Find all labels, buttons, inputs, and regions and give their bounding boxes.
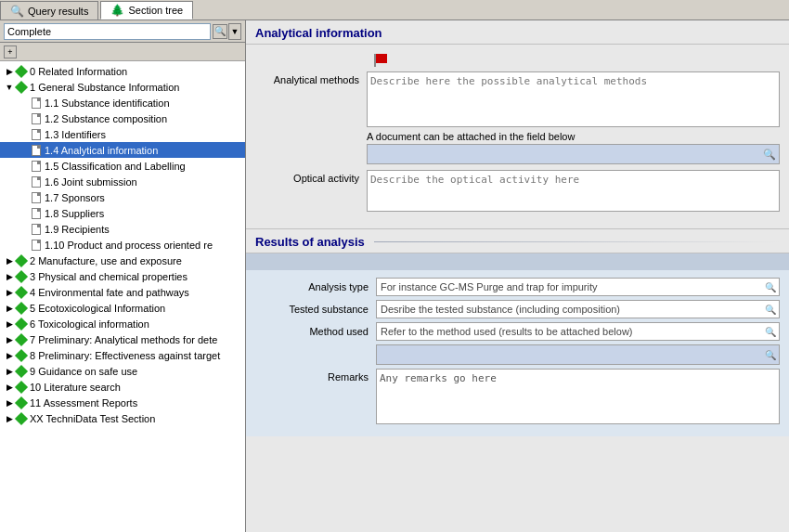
tree-expander-6[interactable]: ▶ [4,318,15,330]
search-input[interactable] [4,23,211,40]
method-used-field[interactable]: 🔍 [376,322,780,341]
tree-item-5[interactable]: ▶5 Ecotoxicological Information [0,300,245,316]
search-dropdown-button[interactable]: ▼ [228,23,241,40]
tree-item-1.2[interactable]: 1.2 Substance composition [0,110,245,126]
tree-label-1.3: 1.3 Identifiers [45,129,106,140]
tree-expander-7[interactable]: ▶ [4,334,15,345]
tested-substance-label: Tested substance [255,304,376,315]
analytical-methods-input[interactable] [367,71,780,127]
main-layout: 🔍 ▼ + ▶0 Related Information▼1 General S… [0,20,789,532]
tree-toolbar: + [0,43,245,61]
toolbar-add-button[interactable]: + [4,45,17,58]
tree-item-11[interactable]: ▶11 Assessment Reports [0,395,245,410]
tree-expander-XX[interactable]: ▶ [4,413,15,424]
tree-item-1[interactable]: ▼1 General Substance Information [0,79,245,95]
tree-expander-1.3[interactable] [19,129,30,140]
tree-item-XX[interactable]: ▶XX TechniData Test Section [0,410,245,426]
tested-substance-input[interactable] [377,302,762,317]
attachment-input[interactable] [368,147,760,162]
analysis-type-field[interactable]: 🔍 [376,278,780,296]
tree-item-6[interactable]: ▶6 Toxicological information [0,316,245,331]
tree-label-4: 4 Environmental fate and pathways [30,287,189,298]
tree-label-1.6: 1.6 Joint submission [45,176,137,188]
method-used-search-icon[interactable]: 🔍 [762,323,779,340]
tree-expander-11[interactable]: ▶ [4,397,15,409]
leaf-icon-1.4 [30,144,43,157]
tested-substance-field[interactable]: 🔍 [376,300,780,318]
tree-expander-1.5[interactable] [19,161,30,172]
tree-expander-5[interactable]: ▶ [4,303,15,314]
tree-item-1.9[interactable]: 1.9 Recipients [0,221,245,237]
method-attachment-input[interactable] [377,347,762,362]
tree-label-1.7: 1.7 Sponsors [45,192,105,203]
attachment-search-icon[interactable]: 🔍 [760,145,779,163]
leaf-icon-1.3 [30,128,43,141]
tree-container: ▶0 Related Information▼1 General Substan… [0,61,245,532]
tree-item-2[interactable]: ▶2 Manufacture, use and exposure [0,253,245,268]
branch-icon-6 [15,318,28,331]
tree-item-1.3[interactable]: 1.3 Identifiers [0,126,245,142]
tree-expander-1.4[interactable] [19,145,30,156]
tree-label-11: 11 Assessment Reports [30,397,137,409]
tree-label-5: 5 Ecotoxicological Information [30,303,165,314]
tree-item-1.5[interactable]: 1.5 Classification and Labelling [0,158,245,174]
tree-item-1.4[interactable]: 1.4 Analytical information [0,142,245,158]
tree-item-7[interactable]: ▶7 Preliminary: Analytical methods for d… [0,331,245,347]
tree-expander-1.1[interactable] [19,97,30,109]
analysis-type-search-icon[interactable]: 🔍 [762,279,779,295]
tree-item-10[interactable]: ▶10 Literature search [0,379,245,395]
leaf-icon-1.9 [30,223,43,236]
tree-expander-9[interactable]: ▶ [4,366,15,377]
tree-expander-1.8[interactable] [19,208,30,219]
tree-label-0: 0 Related Information [30,66,127,77]
branch-icon-9 [15,365,28,378]
method-used-input[interactable] [377,324,762,339]
tree-expander-2[interactable]: ▶ [4,255,15,266]
tab-section-tree[interactable]: 🌲 Section tree [100,1,193,19]
tested-substance-search-icon[interactable]: 🔍 [762,301,779,318]
tree-expander-1.7[interactable] [19,192,30,203]
tree-item-1.1[interactable]: 1.1 Substance identification [0,95,245,110]
tree-item-1.7[interactable]: 1.7 Sponsors [0,189,245,205]
tree-expander-0[interactable]: ▶ [4,66,15,77]
tree-item-9[interactable]: ▶9 Guidance on safe use [0,363,245,379]
tree-item-4[interactable]: ▶4 Environmental fate and pathways [0,284,245,300]
branch-icon-11 [15,396,28,409]
tree-item-1.6[interactable]: 1.6 Joint submission [0,174,245,189]
optical-activity-field-area [367,170,780,212]
analysis-type-input[interactable] [377,279,762,294]
leaf-icon-1.1 [30,97,43,110]
analysis-type-label: Analysis type [255,281,376,292]
tree-label-6: 6 Toxicological information [30,318,149,330]
tree-item-0[interactable]: ▶0 Related Information [0,63,245,79]
method-attachment-search-icon[interactable]: 🔍 [762,346,779,363]
branch-icon-XX [15,412,28,425]
branch-icon-4 [15,286,28,299]
tree-expander-1.10[interactable] [19,240,30,251]
method-attachment-field[interactable]: 🔍 [376,344,780,365]
tree-expander-3[interactable]: ▶ [4,271,15,282]
section-tree-icon: 🌲 [110,4,124,17]
remarks-field-area [376,369,780,427]
tree-expander-4[interactable]: ▶ [4,287,15,298]
attachment-field[interactable]: 🔍 [367,144,780,164]
tree-item-1.8[interactable]: 1.8 Suppliers [0,205,245,221]
tab-section-tree-label: Section tree [128,5,183,16]
tab-query-results[interactable]: 🔍 Query results [0,1,98,19]
tree-expander-1.6[interactable] [19,176,30,188]
results-title: Results of analysis [255,235,365,249]
tree-label-10: 10 Literature search [30,382,121,393]
remarks-input[interactable] [376,369,780,424]
tree-expander-1.2[interactable] [19,113,30,124]
tree-item-1.10[interactable]: 1.10 Product and process oriented re [0,237,245,253]
tree-expander-1[interactable]: ▼ [4,82,15,93]
optical-activity-input[interactable] [367,170,780,212]
tree-item-3[interactable]: ▶3 Physical and chemical properties [0,268,245,284]
tree-item-8[interactable]: ▶8 Preliminary: Effectiveness against ta… [0,347,245,363]
branch-icon-0 [15,65,28,78]
search-bar: 🔍 ▼ [0,20,245,43]
tree-expander-10[interactable]: ▶ [4,382,15,393]
search-button[interactable]: 🔍 [213,24,227,39]
tree-expander-8[interactable]: ▶ [4,350,15,361]
tree-expander-1.9[interactable] [19,224,30,235]
